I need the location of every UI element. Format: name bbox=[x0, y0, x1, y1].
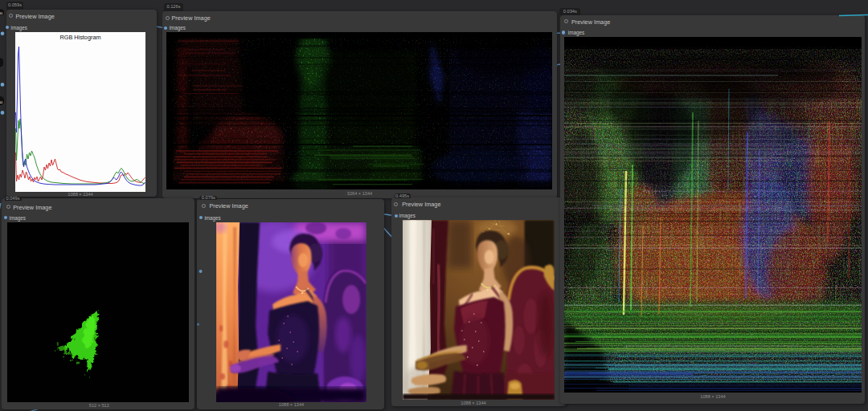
svg-text:RGB Histogram: RGB Histogram bbox=[59, 34, 100, 41]
